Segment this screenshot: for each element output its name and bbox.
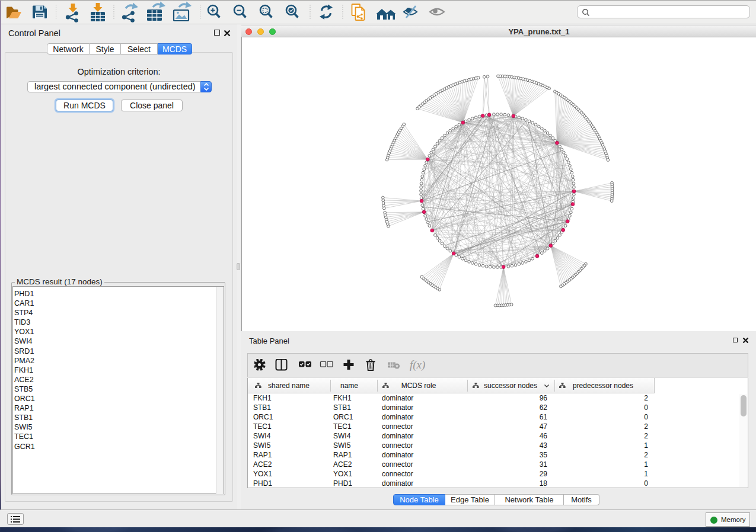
svg-text:f(x): f(x) (410, 359, 425, 371)
